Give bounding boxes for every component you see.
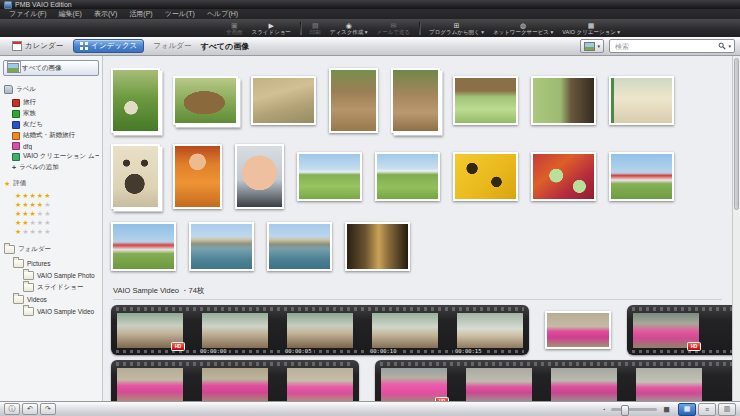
label-name: dfg [23, 143, 32, 150]
list-view-button[interactable]: ≡ [698, 403, 716, 416]
video-strip-1-frame-1[interactable]: 00:00:00 [202, 313, 268, 348]
photo-alligator-pool[interactable] [251, 76, 316, 125]
search-options-caret[interactable]: ▾ [728, 43, 731, 49]
sidebar-label-3[interactable]: 結婚式・新婚旅行 [3, 130, 99, 141]
menu-item-3[interactable]: 活用(P) [123, 9, 158, 19]
photo-slide-tunnel-face[interactable] [111, 144, 160, 209]
photo-flower-market[interactable] [531, 152, 596, 201]
vaio-creation-button[interactable]: ▦VAIO クリエーション ▾ [562, 22, 620, 35]
photo-hippo-pool[interactable] [453, 76, 518, 125]
media-filter-button[interactable]: ▾ [580, 39, 604, 53]
detail-view-button[interactable]: ▥ [718, 403, 736, 416]
menu-item-4[interactable]: ツール(T) [159, 9, 201, 19]
video-strip-4[interactable]: HD00:00:0000:00:0500:00:10 [375, 360, 732, 401]
tab-folder[interactable]: フォルダー [153, 41, 191, 51]
video-strip-4-frame-3[interactable]: 00:00:10 [636, 368, 702, 402]
video-strip-4-frame-2[interactable]: 00:00:05 [551, 368, 617, 402]
photo-sunflowers[interactable] [453, 152, 518, 201]
rating-filter-1-stars[interactable]: ★★★★★ [3, 227, 99, 236]
video-strip-1-frame-3[interactable]: 00:00:10 [372, 313, 438, 348]
rotate-left-button[interactable]: ↶ [22, 403, 38, 415]
photo-tortoise[interactable] [173, 76, 238, 125]
subfolder-item[interactable]: スライドショー [3, 281, 99, 293]
photo-playground-slide[interactable] [609, 76, 674, 125]
rotate-left-icon: ↶ [27, 405, 33, 413]
zoom-in-icon[interactable]: ◼ [663, 405, 670, 414]
sidebar-label-4[interactable]: dfg [3, 141, 99, 151]
photo-child-watching-hippos[interactable] [531, 76, 596, 125]
tab-index[interactable]: インデックス [73, 39, 144, 53]
photo-red-tram-1[interactable] [609, 152, 674, 201]
menu-item-2[interactable]: 表示(V) [88, 9, 123, 19]
open-with-program-button[interactable]: ⊞プログラムから開く ▾ [429, 22, 484, 35]
folder-videos[interactable]: Videos [3, 293, 99, 305]
video-strip-1-frame-0[interactable]: HD [117, 313, 183, 348]
search-icon[interactable] [718, 42, 726, 50]
video-strip-4-frame-1[interactable]: 00:00:00 [466, 368, 532, 402]
photo-green-field-2[interactable] [375, 152, 440, 201]
slideshow-button[interactable]: ▶スライドショー [252, 22, 291, 35]
photo-night-alley-bicycle[interactable] [345, 222, 410, 271]
menu-item-5[interactable]: ヘルプ(H) [201, 9, 244, 19]
menubar: ファイル(F)編集(E)表示(V)活用(P)ツール(T)ヘルプ(H) [0, 9, 740, 19]
video-strip-3[interactable]: 00:00:0000:00:0500:00:10 [111, 360, 359, 401]
app-window: PMB VAIO Edition ファイル(F)編集(E)表示(V)活用(P)ツ… [0, 0, 740, 416]
menu-item-0[interactable]: ファイル(F) [3, 9, 53, 19]
video-strip-3-frame-1[interactable]: 00:00:05 [202, 368, 268, 402]
photo-green-field-1[interactable] [297, 152, 362, 201]
video-strip-2-frame-0[interactable]: HD [633, 313, 699, 348]
photo-zoo-path-1[interactable] [329, 68, 378, 133]
rotate-right-button[interactable]: ↷ [40, 403, 56, 415]
photo-red-tram-2[interactable] [111, 222, 176, 271]
fullscreen-button[interactable]: ▣全画面 [226, 22, 243, 35]
video-strip-3-frame-0[interactable]: 00:00:00 [117, 368, 183, 402]
rating-filter-5-stars[interactable]: ★★★★★ [3, 191, 99, 200]
send-mail-button[interactable]: ✉メールで送る [377, 22, 411, 35]
slider-thumb[interactable] [621, 405, 629, 416]
subfolder-item[interactable]: VAIO Sample Video [3, 305, 99, 317]
photo-row-3 [111, 211, 732, 281]
sidebar-label-0[interactable]: 旅行 [3, 97, 99, 108]
video-strip-3-frame-2[interactable]: 00:00:10 [287, 368, 353, 402]
photo-laughing-baby[interactable] [235, 144, 284, 209]
photo-riverside-town-2[interactable] [267, 222, 332, 271]
print-button[interactable]: ▤印刷 [310, 22, 321, 35]
sidebar-label-1[interactable]: 家族 [3, 108, 99, 119]
video-strip-2[interactable]: HD [627, 305, 732, 355]
search-input[interactable] [613, 42, 716, 51]
sidebar-item-all-images[interactable]: すべての画像 [3, 60, 99, 76]
scrollbar-thumb[interactable] [734, 58, 739, 210]
tab-calendar[interactable]: カレンダー [5, 39, 70, 53]
menu-item-1[interactable]: 編集(E) [53, 9, 88, 19]
vertical-scrollbar[interactable] [732, 56, 740, 401]
video-thumb-girl-pink[interactable] [545, 311, 611, 349]
view-tabbar: カレンダーインデックス フォルダー すべての画像 ▾ ▾ [0, 37, 740, 56]
info-button[interactable]: ⓘ [4, 403, 20, 415]
photo-baby-pumpkin-costume[interactable] [173, 144, 222, 209]
thumbnail-view-button[interactable]: ▦ [678, 403, 696, 416]
add-label-button[interactable]: + ラベルの追加 [3, 162, 99, 173]
star-icon: ★ [44, 201, 51, 208]
rating-filter-2-stars[interactable]: ★★★★★ [3, 218, 99, 227]
rating-filter-4-stars[interactable]: ★★★★★ [3, 200, 99, 209]
thumbnail-size-slider[interactable] [611, 408, 657, 411]
app-icon [4, 1, 12, 9]
photo-zoo-path-2[interactable] [391, 68, 440, 133]
network-service-button[interactable]: ◍ネットワークサービス ▾ [493, 22, 553, 35]
video-strip-1-frame-2[interactable]: 00:00:05 [287, 313, 353, 348]
photo-riverside-town-1[interactable] [189, 222, 254, 271]
subfolder-item[interactable]: VAIO Sample Photo [3, 269, 99, 281]
video-strip-4-frame-0[interactable]: HD [381, 368, 447, 402]
video-strip-1-frame-4[interactable]: 00:00:15 [457, 313, 523, 348]
rating-filter-3-stars[interactable]: ★★★★★ [3, 209, 99, 218]
photo-grid [111, 59, 732, 281]
sidebar-label-5[interactable]: VAIO クリエーション ムービー [3, 151, 99, 162]
sidebar-label-2[interactable]: 友だち [3, 119, 99, 130]
photo-row-1 [111, 59, 732, 141]
create-disc-button[interactable]: ◉ディスク作成 ▾ [330, 22, 368, 35]
zoom-out-icon[interactable]: ▪ [604, 406, 606, 412]
video-strip-1[interactable]: HD00:00:0000:00:0500:00:1000:00:15 [111, 305, 529, 355]
folder-pictures[interactable]: Pictures [3, 257, 99, 269]
photo-image [253, 78, 314, 123]
photo-monkey-in-grass[interactable] [111, 68, 160, 133]
